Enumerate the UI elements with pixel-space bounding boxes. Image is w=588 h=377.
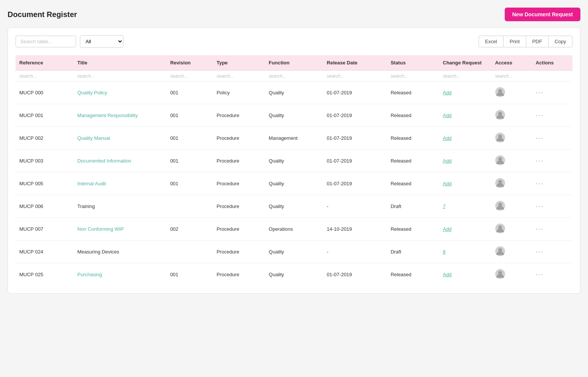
cell-reference: MUCP 005 [16,172,73,195]
col-header-change-request: Change Request [439,55,491,70]
cell-change-request[interactable]: Add [439,104,491,127]
search-revision[interactable] [170,74,209,79]
actions-menu-button[interactable]: ··· [536,180,544,187]
copy-button[interactable]: Copy [549,36,572,47]
search-type[interactable] [217,74,261,79]
change-request-link[interactable]: 8 [443,249,446,255]
col-header-title: Title [73,55,166,70]
change-request-link[interactable]: 7 [443,203,446,209]
change-request-link[interactable]: Add [443,113,452,118]
pdf-button[interactable]: PDF [526,36,549,47]
search-release-date[interactable] [327,74,383,79]
cell-actions[interactable]: ··· [532,81,572,104]
title-link[interactable]: Quality Policy [77,90,107,95]
cell-change-request[interactable]: Add [439,172,491,195]
cell-function: Quality [265,195,323,218]
avatar-icon [495,155,505,166]
table-row: MUCP 002Quality Manual001ProcedureManage… [16,127,572,150]
print-button[interactable]: Print [504,36,526,47]
change-request-link[interactable]: Add [443,90,452,95]
cell-title: Training [73,195,166,218]
actions-menu-button[interactable]: ··· [536,134,544,142]
cell-title[interactable]: Internal Audit [73,172,166,195]
cell-access [491,150,532,172]
cell-title: Measuring Devices [73,241,166,263]
cell-function: Quality [265,172,323,195]
search-function[interactable] [269,74,319,79]
col-header-type: Type [213,55,265,70]
cell-title[interactable]: Quality Manual [73,127,166,150]
cell-status: Draft [387,241,439,263]
cell-title[interactable]: Purchasing [73,263,166,286]
actions-menu-button[interactable]: ··· [536,202,544,210]
cell-title[interactable]: Quality Policy [73,81,166,104]
cell-change-request[interactable]: Add [439,150,491,172]
actions-menu-button[interactable]: ··· [536,225,544,233]
search-change-request[interactable] [443,74,488,79]
actions-menu-button[interactable]: ··· [536,248,544,255]
search-reference[interactable] [19,74,70,79]
change-request-link[interactable]: Add [443,272,452,277]
cell-status: Draft [387,195,439,218]
avatar-icon [495,200,505,211]
new-document-request-button[interactable]: New Document Request [505,8,580,21]
document-register-card: All Released Draft Excel Print PDF Copy … [8,27,580,294]
title-link[interactable]: Purchasing [77,272,102,277]
cell-reference: MUCP 001 [16,104,73,127]
actions-menu-button[interactable]: ··· [536,157,544,164]
title-link[interactable]: Documented Information [77,158,131,164]
actions-menu-button[interactable]: ··· [536,271,544,278]
cell-access [491,127,532,150]
cell-change-request[interactable]: Add [439,81,491,104]
cell-actions[interactable]: ··· [532,127,572,150]
filter-select[interactable]: All Released Draft [80,35,123,48]
cell-actions[interactable]: ··· [532,150,572,172]
col-header-function: Function [265,55,323,70]
change-request-link[interactable]: Add [443,135,452,141]
cell-access [491,218,532,241]
search-access[interactable] [495,74,528,79]
cell-actions[interactable]: ··· [532,172,572,195]
cell-release-date: - [323,241,387,263]
cell-actions[interactable]: ··· [532,195,572,218]
search-input[interactable] [16,36,76,47]
cell-title[interactable]: Non Conforming WIP [73,218,166,241]
cell-actions[interactable]: ··· [532,241,572,263]
cell-change-request[interactable]: Add [439,263,491,286]
table-row: MUCP 024Measuring DevicesProcedureQualit… [16,241,572,263]
cell-change-request[interactable]: 7 [439,195,491,218]
document-table: Reference Title Revision Type Function R… [16,55,572,286]
table-search-row [16,70,572,81]
cell-title[interactable]: Documented Information [73,150,166,172]
title-link[interactable]: Internal Audit [77,181,106,186]
cell-type: Procedure [213,172,265,195]
change-request-link[interactable]: Add [443,158,452,164]
col-header-status: Status [387,55,439,70]
search-status[interactable] [391,74,435,79]
actions-menu-button[interactable]: ··· [536,111,544,119]
cell-actions[interactable]: ··· [532,218,572,241]
cell-change-request[interactable]: 8 [439,241,491,263]
cell-actions[interactable]: ··· [532,104,572,127]
cell-type: Procedure [213,195,265,218]
excel-button[interactable]: Excel [479,36,504,47]
search-title[interactable] [77,74,162,79]
cell-release-date: 01-07-2019 [323,104,387,127]
table-row: MUCP 005Internal Audit001ProcedureQualit… [16,172,572,195]
cell-title[interactable]: Management Responsibility [73,104,166,127]
cell-actions[interactable]: ··· [532,263,572,286]
cell-access [491,172,532,195]
cell-access [491,263,532,286]
cell-function: Quality [265,104,323,127]
cell-change-request[interactable]: Add [439,127,491,150]
title-link[interactable]: Management Responsibility [77,113,138,118]
title-link[interactable]: Quality Manual [77,135,110,141]
col-header-access: Access [491,55,532,70]
cell-change-request[interactable]: Add [439,218,491,241]
change-request-link[interactable]: Add [443,181,452,186]
cell-status: Released [387,218,439,241]
title-link[interactable]: Non Conforming WIP [77,226,124,232]
actions-menu-button[interactable]: ··· [536,89,544,96]
cell-type: Policy [213,81,265,104]
change-request-link[interactable]: Add [443,226,452,232]
